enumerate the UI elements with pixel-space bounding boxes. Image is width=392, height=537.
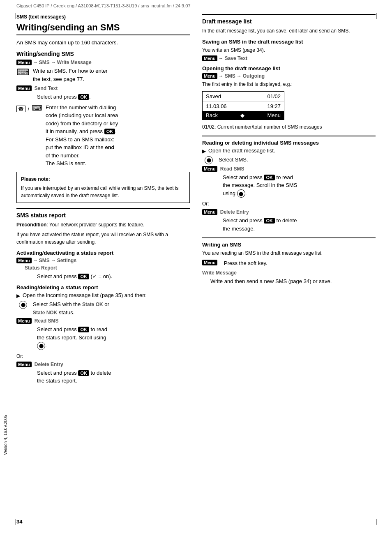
- sms-display-row-bottom: Back ◆ Menu: [203, 111, 284, 120]
- keyboard-row: ⌨ Write an SMS. For how to enterthe text…: [16, 67, 190, 83]
- section-label: SMS (text messages): [16, 14, 190, 20]
- write-message-label: Write Message: [57, 60, 92, 65]
- saved-label: Saved: [206, 93, 221, 99]
- read-sms-label: Read SMS: [35, 318, 59, 324]
- nav-circle3: ⬤: [237, 189, 245, 198]
- section-divider-1: [16, 208, 190, 209]
- ok-tag5: OK: [78, 370, 89, 376]
- status-desc: Select and press OK (✓ = on).: [37, 272, 190, 281]
- intro-text: An SMS may contain up to 160 characters.: [16, 39, 190, 46]
- note-text: If you are interrupted by an external ca…: [21, 184, 185, 199]
- nav-label: ◆: [240, 112, 244, 118]
- read-desc-right: Select and press OK to read the message.…: [223, 173, 376, 198]
- draft-heading: Draft message list: [202, 18, 376, 25]
- menu-tag-read: Menu: [16, 318, 32, 324]
- delete-entry-label2: Delete Entry: [220, 209, 249, 215]
- ok-tag: OK: [78, 94, 89, 100]
- delete-desc-right: Select and press OK to delete the messag…: [223, 217, 376, 233]
- time-label: 19:27: [267, 103, 281, 109]
- menu-tag-delete: Menu: [16, 362, 32, 367]
- note-title: Please note:: [21, 175, 185, 183]
- nav-circle2: ⬤: [37, 342, 45, 350]
- right-divider-3: [202, 237, 376, 238]
- menu-delete-path-right: Menu Delete Entry: [202, 209, 376, 215]
- reading-heading: Reading/deleting a status report: [16, 284, 190, 290]
- menu-path-settings: Menu → SMS → Settings: [16, 258, 190, 263]
- status-report-label: Status Report: [25, 265, 190, 271]
- sms-label2: SMS: [39, 258, 50, 263]
- read-sms-label2: Read SMS: [220, 166, 244, 172]
- read-desc: Select and press OK to read the status r…: [37, 325, 190, 350]
- send-text-desc: Select and press OK.: [37, 93, 190, 101]
- ok-tag2: OK: [104, 129, 115, 134]
- first-entry-text: The first entry in the list is displayed…: [202, 81, 376, 88]
- menu-tag-delete2: Menu: [202, 209, 217, 215]
- bullet-open-text: Open the draft message list.: [208, 148, 275, 154]
- opening-heading: Opening the draft message list: [202, 65, 376, 71]
- ok-tag4: OK: [78, 327, 89, 332]
- precondition-text: Precondition: Your network provider supp…: [16, 221, 190, 228]
- menu-tag-open: Menu: [202, 73, 217, 79]
- writing-intro: You are reading an SMS in the draft mess…: [202, 249, 376, 257]
- send-text-label: Send Text: [35, 85, 58, 91]
- select-sms-text: Select SMS.: [219, 156, 248, 164]
- bullet-arrow: ▶: [16, 293, 20, 299]
- nav-circle-icon2: ⬤: [202, 156, 215, 164]
- note-box: Please note: If you are interrupted by a…: [16, 172, 190, 203]
- menu-tag: Menu: [16, 60, 32, 65]
- bullet-text: Open the incoming message list (page 35)…: [23, 292, 147, 298]
- left-column: SMS (text messages) Writing/sending an S…: [16, 10, 190, 389]
- writing-sms-heading: Writing/sending SMS: [16, 51, 190, 57]
- nav-phone-icon: ☎ / ⌨: [16, 104, 42, 113]
- sms-display-box: Saved 01/02 11.03.06 19:27 Back ◆ Menu: [202, 91, 284, 120]
- save-text-label: Save Text: [225, 55, 247, 61]
- select-state-text: Select SMS with the State OK or State NO…: [33, 300, 109, 316]
- or-text-left: Or:: [16, 353, 190, 360]
- sms-display-row-top: Saved 01/02: [203, 92, 284, 101]
- status-body: If you have activated the status report,…: [16, 231, 190, 246]
- menu-path-open: Menu → SMS → Outgoing: [202, 73, 376, 79]
- delete-entry-label: Delete Entry: [35, 362, 63, 367]
- send-text-path: Menu Send Text: [16, 85, 190, 91]
- press-soft-text: Press the soft key.: [224, 259, 267, 267]
- reading-deleting-heading: Reading or deleting individual SMS messa…: [202, 140, 376, 146]
- right-divider-1: [202, 14, 376, 15]
- date-label: 11.03.06: [206, 103, 227, 109]
- settings-label: Settings: [57, 258, 76, 263]
- nav-select-sms: ⬤ Select SMS with the State OK or State …: [16, 300, 190, 316]
- sms-status-heading: SMS status report: [16, 212, 190, 219]
- nav-circle-icon: ⬤: [16, 300, 30, 309]
- keyboard-icon: ⌨: [16, 67, 30, 78]
- ok-tag7: OK: [264, 218, 275, 224]
- writing-sms-right-heading: Writing an SMS: [202, 242, 376, 248]
- bullet-arrow2: ▶: [202, 148, 206, 154]
- nav-select-sms2: ⬤ Select SMS.: [202, 156, 376, 164]
- display-note: 01/02: Current number/total number of SM…: [202, 123, 376, 131]
- menu-label-display: Menu: [267, 112, 281, 118]
- menu-tag-read2: Menu: [202, 166, 217, 172]
- right-column: Draft message list In the draft message …: [202, 10, 376, 389]
- ok-tag3: OK: [78, 274, 89, 279]
- menu-delete-path-left: Menu Delete Entry: [16, 362, 190, 367]
- menu-read-path-right: Menu Read SMS: [202, 166, 376, 172]
- menu-path-write: Menu → SMS → Write Message: [16, 60, 190, 65]
- bottom-mark-right: |: [376, 518, 378, 525]
- top-mark-right: |: [376, 12, 378, 19]
- bullet-open: ▶ Open the incoming message list (page 3…: [16, 292, 190, 299]
- menu-read-sms-path: Menu Read SMS: [16, 318, 190, 324]
- write-desc: Write and then send a new SMS (page 34) …: [210, 277, 376, 286]
- menu-tag-save: Menu: [202, 55, 217, 61]
- page-count: 01/02: [267, 93, 281, 99]
- write-message-label-right: Write Message: [202, 270, 376, 276]
- draft-intro: In the draft message list, you can save,…: [202, 27, 376, 35]
- number-text: Enter the number with dialling code (inc…: [46, 104, 118, 168]
- right-divider-2: [202, 136, 376, 136]
- version-text: Version 4, 16.09.2005: [3, 415, 8, 455]
- menu-tag-send: Menu: [16, 85, 32, 91]
- menu-tag-settings: Menu: [16, 258, 32, 263]
- saving-text: You write an SMS (page 34).: [202, 46, 376, 54]
- saving-heading: Saving an SMS in the draft message list: [202, 39, 376, 45]
- sms-label3: SMS: [225, 73, 235, 79]
- number-row: ☎ / ⌨ Enter the number with dialling cod…: [16, 104, 190, 168]
- activating-heading: Activating/deactivating a status report: [16, 250, 190, 256]
